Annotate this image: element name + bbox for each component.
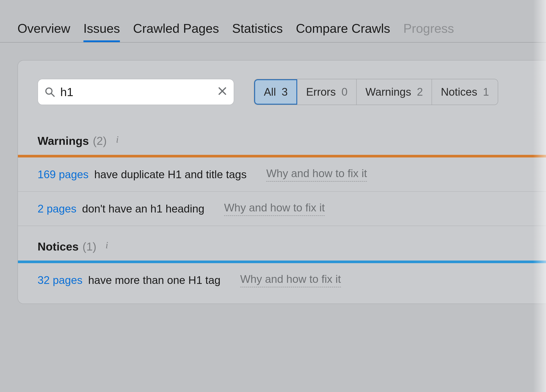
tab-crawled-pages[interactable]: Crawled Pages xyxy=(133,21,219,42)
filter-warnings[interactable]: Warnings 2 xyxy=(357,79,432,105)
filter-warnings-label: Warnings xyxy=(365,86,411,98)
search-input-container[interactable] xyxy=(38,79,234,105)
filter-notices-label: Notices xyxy=(441,86,477,98)
search-input[interactable] xyxy=(60,85,212,99)
filter-notices-count: 1 xyxy=(483,86,489,98)
warnings-section-heading: Warnings (2) i xyxy=(18,120,546,155)
warnings-separator xyxy=(18,155,546,157)
issue-row: 32 pages have more than one H1 tag Why a… xyxy=(18,263,546,297)
card-bottom-pad xyxy=(18,297,546,304)
notices-info-button[interactable]: i xyxy=(102,239,113,254)
issue-row: 169 pages have duplicate H1 and title ta… xyxy=(18,157,546,192)
notices-count: (1) xyxy=(83,240,97,253)
warnings-title: Warnings xyxy=(38,134,89,147)
issues-toolbar: All 3 Errors 0 Warnings 2 Notices 1 xyxy=(18,60,546,120)
info-icon: i xyxy=(113,133,124,148)
app-root: Overview Issues Crawled Pages Statistics… xyxy=(0,0,546,392)
tab-compare-crawls[interactable]: Compare Crawls xyxy=(296,21,390,42)
issue-type-filter: All 3 Errors 0 Warnings 2 Notices 1 xyxy=(254,79,498,105)
filter-notices[interactable]: Notices 1 xyxy=(432,79,498,105)
issue-description: have duplicate H1 and title tags xyxy=(94,168,247,181)
filter-errors[interactable]: Errors 0 xyxy=(297,79,357,105)
tab-issues[interactable]: Issues xyxy=(84,21,120,42)
filter-all-label: All xyxy=(264,86,276,98)
issue-description: have more than one H1 tag xyxy=(88,274,221,286)
warnings-count: (2) xyxy=(93,134,107,147)
svg-line-1 xyxy=(51,93,54,96)
fix-hint-link[interactable]: Why and how to fix it xyxy=(266,167,367,182)
svg-text:i: i xyxy=(116,134,119,145)
notices-section-heading: Notices (1) i xyxy=(18,226,546,261)
tab-statistics[interactable]: Statistics xyxy=(232,21,283,42)
notices-title: Notices xyxy=(38,240,79,253)
main-tabs: Overview Issues Crawled Pages Statistics… xyxy=(0,0,546,43)
issue-pages-link[interactable]: 169 pages xyxy=(38,168,89,181)
info-icon: i xyxy=(102,239,113,254)
search-icon xyxy=(45,87,55,97)
warnings-info-button[interactable]: i xyxy=(113,133,124,148)
filter-all[interactable]: All 3 xyxy=(254,79,297,105)
issue-message: 2 pages don't have an h1 heading xyxy=(38,203,204,215)
issue-message: 32 pages have more than one H1 tag xyxy=(38,274,221,287)
tab-overview[interactable]: Overview xyxy=(18,21,70,42)
issue-message: 169 pages have duplicate H1 and title ta… xyxy=(38,168,247,181)
close-icon xyxy=(218,86,227,98)
svg-text:i: i xyxy=(105,240,108,250)
issue-description: don't have an h1 heading xyxy=(82,203,204,215)
fix-hint-link[interactable]: Why and how to fix it xyxy=(240,273,341,287)
tab-progress[interactable]: Progress xyxy=(403,21,454,42)
clear-search-button[interactable] xyxy=(218,86,227,98)
issue-pages-link[interactable]: 32 pages xyxy=(38,274,83,286)
notices-separator xyxy=(18,261,546,263)
issue-row: 2 pages don't have an h1 heading Why and… xyxy=(18,192,546,226)
fix-hint-link[interactable]: Why and how to fix it xyxy=(224,201,325,216)
filter-all-count: 3 xyxy=(282,86,288,98)
filter-errors-label: Errors xyxy=(306,86,336,98)
filter-warnings-count: 2 xyxy=(417,86,423,98)
issue-pages-link[interactable]: 2 pages xyxy=(38,203,77,215)
issues-card: All 3 Errors 0 Warnings 2 Notices 1 W xyxy=(18,60,546,304)
filter-errors-count: 0 xyxy=(342,86,348,98)
